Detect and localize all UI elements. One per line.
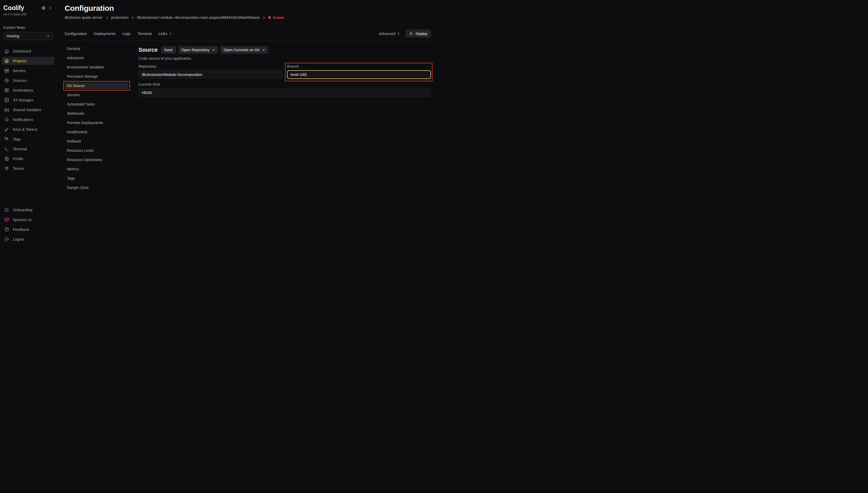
layers-icon: [4, 59, 9, 64]
sidebar-item-onboarding[interactable]: Onboarding: [2, 206, 54, 214]
chevron-right-icon: [131, 16, 134, 19]
branch-input-value: level-100: [291, 72, 306, 77]
sidebar-item-profile[interactable]: Profile: [2, 155, 54, 163]
deploy-button[interactable]: Deploy: [405, 29, 431, 38]
users-icon: [4, 166, 9, 171]
sidebar-item-label: Destinations: [13, 88, 34, 92]
sidebar-item-feedback[interactable]: Feedback: [2, 226, 54, 233]
sidebar-item-label: Profile: [13, 157, 23, 161]
open-repository-button[interactable]: Open Repository ↗: [178, 46, 218, 54]
branch-label: Branch: [287, 64, 431, 68]
submenu-item-tags[interactable]: Tags: [65, 174, 139, 183]
repository-label: Repository: [139, 64, 282, 68]
tab-terminal[interactable]: Terminal: [137, 31, 152, 36]
open-commits-label: Open Commits on Git: [224, 48, 259, 52]
save-button[interactable]: Save: [161, 46, 176, 54]
sidebar-item-dashboard[interactable]: Dashboard: [2, 47, 54, 55]
open-commits-button[interactable]: Open Commits on Git ↗: [220, 46, 268, 54]
sidebar-item-projects[interactable]: Projects: [2, 57, 54, 65]
submenu-item-persistent-storage[interactable]: Persistent Storage: [65, 72, 139, 81]
submenu-item-git-source-label: Git Source: [67, 84, 85, 88]
chevron-right-icon: [105, 16, 109, 19]
tab-configuration[interactable]: Configuration: [65, 31, 87, 36]
branch-input[interactable]: level-100: [287, 70, 431, 79]
sidebar-item-notifications[interactable]: Notifications: [2, 115, 54, 124]
logout-icon: [4, 237, 9, 242]
chevrons-up-down-icon: [397, 32, 400, 36]
app-logo: Coolify: [3, 4, 24, 12]
sidebar-item-label: Feedback: [13, 228, 29, 232]
repository-input[interactable]: [139, 70, 282, 79]
sidebar-nav: Dashboard Projects Servers: [0, 47, 56, 172]
breadcrumb-environment[interactable]: production: [111, 16, 129, 20]
sidebar-item-sources[interactable]: Sources: [2, 77, 54, 84]
tab-bar: Configuration Deployments Logs Terminal …: [65, 29, 431, 41]
sidebar-item-label: Notifications: [13, 117, 33, 122]
variable-icon: (x): [4, 107, 9, 112]
deploy-label: Deploy: [416, 31, 427, 36]
database-icon: [4, 98, 9, 103]
theme-sun-icon[interactable]: [41, 5, 46, 10]
app-version: v4.0.0-beta.399: [0, 12, 56, 16]
sidebar-footer: Onboarding Sponsor us Feedback: [0, 206, 56, 246]
submenu-item-environment-variables[interactable]: Environment Variables: [65, 63, 139, 72]
commit-sha-field: Commit SHA: [139, 82, 431, 97]
sidebar-item-label: S3 Storages: [13, 98, 34, 102]
text-cursor: [306, 72, 306, 77]
bell-icon: [4, 117, 9, 122]
sidebar-item-terminal[interactable]: Terminal: [2, 145, 54, 153]
sidebar-item-label: Sponsor us: [13, 218, 31, 222]
submenu-item-resource-limits[interactable]: Resource Limits: [65, 146, 139, 155]
submenu-item-git-source[interactable]: Git Source: [65, 82, 128, 89]
submenu-item-preview-deployments[interactable]: Preview Deployments: [65, 118, 139, 127]
status-badge: Exited: [268, 16, 283, 20]
external-link-icon: ↗: [212, 48, 215, 52]
submenu-item-danger-zone[interactable]: Danger Zone: [65, 183, 139, 192]
sidebar-item-label: Logout: [13, 237, 24, 241]
user-circle-icon: [4, 156, 9, 161]
branch-field: Branch level-100: [287, 64, 431, 79]
submenu-item-general[interactable]: General: [65, 44, 139, 53]
git-source-form: Source Save Open Repository ↗ Open Commi…: [139, 41, 431, 97]
tab-deployments[interactable]: Deployments: [94, 31, 115, 36]
submenu-item-webhooks[interactable]: Webhooks: [65, 109, 139, 118]
submenu-item-servers[interactable]: Servers: [65, 90, 139, 100]
sidebar-item-label: Onboarding: [13, 208, 33, 212]
configuration-submenu: General Advanced Environment Variables P…: [65, 44, 139, 192]
external-link-icon: ↗: [262, 48, 265, 52]
sidebar-item-label: Shared Variables: [13, 108, 41, 112]
sidebar-item-s3-storages[interactable]: S3 Storages: [2, 96, 54, 104]
sidebar-item-logout[interactable]: Logout: [2, 235, 54, 243]
tab-logs[interactable]: Logs: [123, 31, 130, 36]
submenu-item-metrics[interactable]: Metrics: [65, 165, 139, 174]
sidebar-item-label: Dashboard: [13, 49, 31, 53]
advanced-dropdown[interactable]: Advanced: [379, 31, 400, 36]
submenu-item-rollback[interactable]: Rollback: [65, 137, 139, 146]
page-title: Configuration: [65, 4, 431, 13]
team-select[interactable]: Hosting: [3, 32, 53, 40]
tab-links[interactable]: Links: [158, 31, 172, 36]
sidebar-item-keys-tokens[interactable]: Keys & Tokens: [2, 125, 54, 133]
current-team-label: Current Team: [3, 25, 56, 29]
breadcrumb-project[interactable]: illicitonion quote server: [65, 16, 103, 20]
submenu-item-scheduled-tasks[interactable]: Scheduled Tasks: [65, 100, 139, 109]
git-icon: [4, 78, 9, 83]
submenu-item-healthcheck[interactable]: Healthcheck: [65, 127, 139, 137]
tab-links-label: Links: [158, 31, 167, 36]
sidebar: Coolify v4.0.0-beta.399 Current Team Hos…: [0, 0, 56, 246]
theme-chevrons-up-down-icon[interactable]: [48, 6, 52, 10]
breadcrumb: illicitonion quote server production ill…: [65, 16, 431, 20]
sidebar-item-shared-variables[interactable]: (x) Shared Variables: [2, 106, 54, 114]
sidebar-item-teams[interactable]: Teams: [2, 165, 54, 172]
submenu-item-advanced[interactable]: Advanced: [65, 53, 139, 63]
sidebar-item-destinations[interactable]: Destinations: [2, 86, 54, 94]
main-area: Configuration illicitonion quote server …: [57, 4, 434, 246]
source-heading: Source: [139, 47, 158, 53]
chevron-right-icon: [262, 16, 266, 19]
sidebar-item-sponsor-us[interactable]: Sponsor us: [2, 216, 54, 223]
breadcrumb-application[interactable]: illicitestonion/-module--decomposition:m…: [137, 16, 260, 20]
sidebar-item-tags[interactable]: Tags: [2, 135, 54, 143]
submenu-item-resource-operations[interactable]: Resource Operations: [65, 155, 139, 165]
sidebar-item-servers[interactable]: Servers: [2, 67, 54, 74]
commit-sha-input[interactable]: [139, 88, 431, 97]
